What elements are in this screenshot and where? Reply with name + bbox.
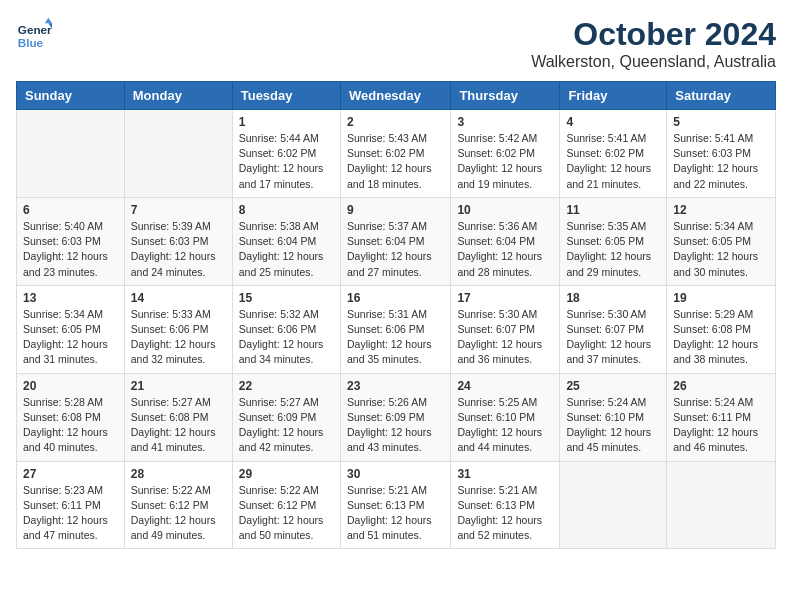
day-info: Sunrise: 5:33 AM Sunset: 6:06 PM Dayligh… [131,307,226,368]
day-info: Sunrise: 5:32 AM Sunset: 6:06 PM Dayligh… [239,307,334,368]
location-title: Walkerston, Queensland, Australia [531,53,776,71]
day-number: 16 [347,291,444,305]
day-info: Sunrise: 5:38 AM Sunset: 6:04 PM Dayligh… [239,219,334,280]
calendar-week-2: 6Sunrise: 5:40 AM Sunset: 6:03 PM Daylig… [17,197,776,285]
day-number: 29 [239,467,334,481]
header-sunday: Sunday [17,82,125,110]
calendar-cell [124,110,232,198]
day-info: Sunrise: 5:21 AM Sunset: 6:13 PM Dayligh… [347,483,444,544]
day-number: 21 [131,379,226,393]
calendar-cell: 14Sunrise: 5:33 AM Sunset: 6:06 PM Dayli… [124,285,232,373]
day-info: Sunrise: 5:41 AM Sunset: 6:02 PM Dayligh… [566,131,660,192]
day-number: 31 [457,467,553,481]
calendar-cell: 1Sunrise: 5:44 AM Sunset: 6:02 PM Daylig… [232,110,340,198]
calendar-table: SundayMondayTuesdayWednesdayThursdayFrid… [16,81,776,549]
day-info: Sunrise: 5:22 AM Sunset: 6:12 PM Dayligh… [239,483,334,544]
day-number: 13 [23,291,118,305]
day-number: 9 [347,203,444,217]
day-number: 11 [566,203,660,217]
day-number: 27 [23,467,118,481]
day-info: Sunrise: 5:42 AM Sunset: 6:02 PM Dayligh… [457,131,553,192]
svg-text:Blue: Blue [18,36,44,49]
calendar-cell: 11Sunrise: 5:35 AM Sunset: 6:05 PM Dayli… [560,197,667,285]
calendar-cell: 12Sunrise: 5:34 AM Sunset: 6:05 PM Dayli… [667,197,776,285]
day-info: Sunrise: 5:39 AM Sunset: 6:03 PM Dayligh… [131,219,226,280]
day-info: Sunrise: 5:34 AM Sunset: 6:05 PM Dayligh… [673,219,769,280]
day-info: Sunrise: 5:44 AM Sunset: 6:02 PM Dayligh… [239,131,334,192]
calendar-cell [560,461,667,549]
calendar-cell: 5Sunrise: 5:41 AM Sunset: 6:03 PM Daylig… [667,110,776,198]
day-number: 17 [457,291,553,305]
day-info: Sunrise: 5:35 AM Sunset: 6:05 PM Dayligh… [566,219,660,280]
calendar-cell: 30Sunrise: 5:21 AM Sunset: 6:13 PM Dayli… [340,461,450,549]
calendar-cell: 13Sunrise: 5:34 AM Sunset: 6:05 PM Dayli… [17,285,125,373]
day-number: 1 [239,115,334,129]
calendar-cell: 6Sunrise: 5:40 AM Sunset: 6:03 PM Daylig… [17,197,125,285]
day-number: 28 [131,467,226,481]
header-wednesday: Wednesday [340,82,450,110]
day-number: 5 [673,115,769,129]
day-info: Sunrise: 5:24 AM Sunset: 6:11 PM Dayligh… [673,395,769,456]
calendar-cell: 2Sunrise: 5:43 AM Sunset: 6:02 PM Daylig… [340,110,450,198]
day-info: Sunrise: 5:41 AM Sunset: 6:03 PM Dayligh… [673,131,769,192]
day-info: Sunrise: 5:43 AM Sunset: 6:02 PM Dayligh… [347,131,444,192]
calendar-cell: 25Sunrise: 5:24 AM Sunset: 6:10 PM Dayli… [560,373,667,461]
calendar-cell: 18Sunrise: 5:30 AM Sunset: 6:07 PM Dayli… [560,285,667,373]
calendar-cell: 28Sunrise: 5:22 AM Sunset: 6:12 PM Dayli… [124,461,232,549]
logo: General Blue [16,16,52,52]
day-info: Sunrise: 5:31 AM Sunset: 6:06 PM Dayligh… [347,307,444,368]
calendar-cell: 31Sunrise: 5:21 AM Sunset: 6:13 PM Dayli… [451,461,560,549]
day-info: Sunrise: 5:24 AM Sunset: 6:10 PM Dayligh… [566,395,660,456]
day-number: 7 [131,203,226,217]
day-info: Sunrise: 5:25 AM Sunset: 6:10 PM Dayligh… [457,395,553,456]
day-info: Sunrise: 5:36 AM Sunset: 6:04 PM Dayligh… [457,219,553,280]
header-friday: Friday [560,82,667,110]
day-info: Sunrise: 5:29 AM Sunset: 6:08 PM Dayligh… [673,307,769,368]
svg-text:General: General [18,23,52,36]
day-info: Sunrise: 5:40 AM Sunset: 6:03 PM Dayligh… [23,219,118,280]
day-info: Sunrise: 5:27 AM Sunset: 6:08 PM Dayligh… [131,395,226,456]
header-saturday: Saturday [667,82,776,110]
day-info: Sunrise: 5:30 AM Sunset: 6:07 PM Dayligh… [566,307,660,368]
day-info: Sunrise: 5:26 AM Sunset: 6:09 PM Dayligh… [347,395,444,456]
day-info: Sunrise: 5:34 AM Sunset: 6:05 PM Dayligh… [23,307,118,368]
calendar-cell: 8Sunrise: 5:38 AM Sunset: 6:04 PM Daylig… [232,197,340,285]
day-number: 12 [673,203,769,217]
page-header: General Blue October 2024 Walkerston, Qu… [16,16,776,71]
calendar-cell: 21Sunrise: 5:27 AM Sunset: 6:08 PM Dayli… [124,373,232,461]
calendar-cell: 29Sunrise: 5:22 AM Sunset: 6:12 PM Dayli… [232,461,340,549]
svg-marker-2 [45,18,52,23]
day-number: 10 [457,203,553,217]
day-number: 19 [673,291,769,305]
logo-icon: General Blue [16,16,52,52]
title-block: October 2024 Walkerston, Queensland, Aus… [531,16,776,71]
calendar-cell: 26Sunrise: 5:24 AM Sunset: 6:11 PM Dayli… [667,373,776,461]
calendar-week-1: 1Sunrise: 5:44 AM Sunset: 6:02 PM Daylig… [17,110,776,198]
day-number: 2 [347,115,444,129]
header-thursday: Thursday [451,82,560,110]
calendar-cell: 23Sunrise: 5:26 AM Sunset: 6:09 PM Dayli… [340,373,450,461]
day-number: 25 [566,379,660,393]
day-number: 20 [23,379,118,393]
day-number: 4 [566,115,660,129]
calendar-cell: 20Sunrise: 5:28 AM Sunset: 6:08 PM Dayli… [17,373,125,461]
day-info: Sunrise: 5:27 AM Sunset: 6:09 PM Dayligh… [239,395,334,456]
header-monday: Monday [124,82,232,110]
day-info: Sunrise: 5:21 AM Sunset: 6:13 PM Dayligh… [457,483,553,544]
day-info: Sunrise: 5:30 AM Sunset: 6:07 PM Dayligh… [457,307,553,368]
calendar-header-row: SundayMondayTuesdayWednesdayThursdayFrid… [17,82,776,110]
day-number: 26 [673,379,769,393]
month-title: October 2024 [531,16,776,53]
calendar-cell: 17Sunrise: 5:30 AM Sunset: 6:07 PM Dayli… [451,285,560,373]
day-number: 3 [457,115,553,129]
calendar-week-5: 27Sunrise: 5:23 AM Sunset: 6:11 PM Dayli… [17,461,776,549]
calendar-cell: 9Sunrise: 5:37 AM Sunset: 6:04 PM Daylig… [340,197,450,285]
calendar-cell [17,110,125,198]
calendar-cell: 19Sunrise: 5:29 AM Sunset: 6:08 PM Dayli… [667,285,776,373]
day-number: 18 [566,291,660,305]
calendar-cell: 16Sunrise: 5:31 AM Sunset: 6:06 PM Dayli… [340,285,450,373]
day-number: 14 [131,291,226,305]
calendar-cell: 27Sunrise: 5:23 AM Sunset: 6:11 PM Dayli… [17,461,125,549]
calendar-week-3: 13Sunrise: 5:34 AM Sunset: 6:05 PM Dayli… [17,285,776,373]
calendar-cell: 24Sunrise: 5:25 AM Sunset: 6:10 PM Dayli… [451,373,560,461]
